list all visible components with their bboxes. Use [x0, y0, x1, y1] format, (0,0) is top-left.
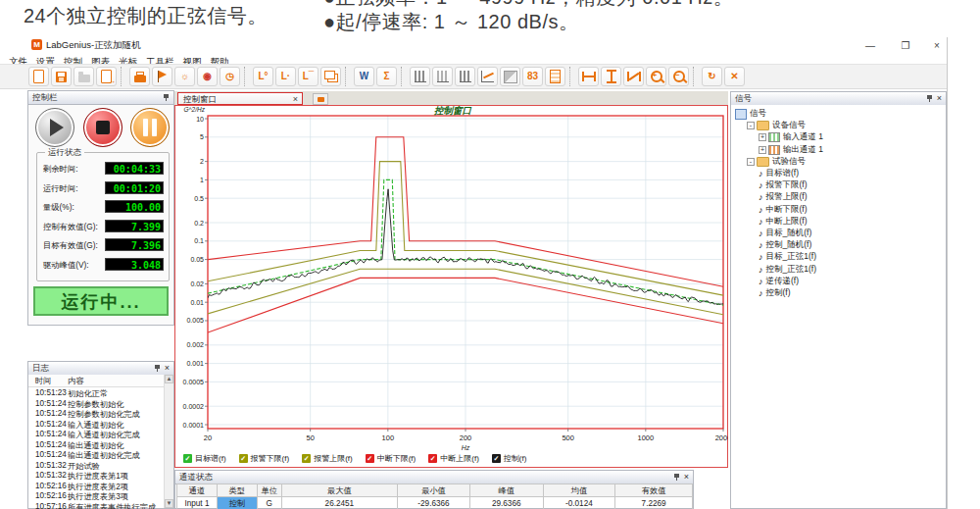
log-scrollbar[interactable]: ▲ ▼: [164, 375, 173, 508]
cursor-horizontal-button[interactable]: [578, 67, 599, 86]
svg-text:0.005: 0.005: [186, 317, 204, 324]
new-file-button[interactable]: [28, 67, 49, 86]
minimize-button[interactable]: —: [860, 40, 880, 51]
table-header-3: 最大值: [281, 484, 397, 497]
tree-item-4[interactable]: -试验信号: [747, 156, 806, 168]
pin-icon[interactable]: [927, 95, 932, 102]
cursor-vertical-button[interactable]: [601, 67, 621, 86]
tab-close-icon[interactable]: ×: [293, 93, 298, 105]
toolbar-separator: [569, 67, 574, 86]
stop-button[interactable]: [83, 108, 122, 147]
graph-l2-button[interactable]: L·: [275, 67, 296, 86]
tree-item-15[interactable]: ♪控制(f): [759, 287, 791, 299]
open-button[interactable]: [74, 67, 94, 86]
tree-item-10[interactable]: ♪目标_随机(f): [759, 228, 811, 239]
toolbar-separator: [401, 67, 406, 86]
graph-l1-button[interactable]: L°: [253, 67, 273, 86]
doc-text-right-clipped: ●正弦频率：1 ～ 4999 Hz，精度为 0.01 Hz。: [323, 0, 735, 7]
tree-item-7[interactable]: ♪报警上限(f): [759, 191, 808, 203]
status-label: 量级(%):: [43, 202, 74, 213]
table-cell: 29.6366: [469, 497, 543, 509]
table-cell: Input 1: [177, 497, 218, 509]
close-icon[interactable]: ×: [684, 471, 689, 483]
close-icon[interactable]: ×: [937, 92, 942, 104]
svg-text:10: 10: [196, 116, 204, 123]
tree-item-3[interactable]: +输出通道 1: [759, 144, 823, 156]
close-button[interactable]: ×: [927, 40, 947, 51]
tree-item-13[interactable]: ♪控制_正弦1(f): [759, 264, 816, 276]
bar-chart-2-icon: [437, 71, 449, 82]
open-icon: [78, 75, 90, 82]
expander-icon[interactable]: +: [759, 133, 766, 141]
bar-chart-2-button[interactable]: [432, 67, 453, 86]
zoom-in-button[interactable]: [646, 67, 666, 86]
maximize-button[interactable]: ❐: [896, 40, 915, 51]
tree-label: 目标_随机(f): [766, 228, 812, 239]
pin-icon[interactable]: [674, 474, 679, 481]
settings-gear-button[interactable]: ☼: [174, 67, 195, 86]
chart-snapshot-icon[interactable]: [313, 93, 328, 105]
graph-l1-icon: L°: [258, 72, 268, 81]
expander-icon[interactable]: -: [747, 122, 755, 129]
channel-group-button[interactable]: 83: [522, 67, 543, 86]
tree-item-1[interactable]: -设备信号: [747, 120, 806, 131]
pin-icon[interactable]: [155, 365, 160, 372]
pin-icon[interactable]: [164, 94, 169, 101]
export-button[interactable]: [96, 67, 117, 86]
bar-chart-1-button[interactable]: [410, 67, 430, 86]
scroll-down-icon[interactable]: ▼: [165, 499, 173, 508]
log-time: 10:51:24: [35, 450, 67, 459]
tree-item-9[interactable]: ♪中断上限(f): [759, 216, 808, 228]
play-button[interactable]: [35, 108, 74, 147]
refresh-button[interactable]: ↻: [702, 67, 722, 86]
zoom-out-button[interactable]: [668, 67, 689, 86]
svg-text:100: 100: [382, 433, 395, 442]
tree-item-0[interactable]: 信号: [735, 108, 766, 120]
expander-icon[interactable]: +: [759, 146, 766, 154]
tree-item-11[interactable]: ♪控制_随机(f): [759, 239, 811, 251]
clear-cursors-button[interactable]: ✕: [724, 67, 745, 86]
calculator-button[interactable]: [545, 67, 565, 86]
area-chart-button[interactable]: [500, 67, 520, 86]
scroll-up-icon[interactable]: ▲: [165, 375, 173, 383]
signals-root-icon: [735, 109, 747, 120]
svg-text:0.0001: 0.0001: [183, 422, 205, 429]
chart-plot: 105210.50.20.10.050.020.010.0050.0020.00…: [174, 105, 728, 468]
flag-button[interactable]: [152, 67, 172, 86]
tree-item-14[interactable]: ♪逆传递(f): [759, 276, 799, 287]
svg-text:20: 20: [204, 433, 212, 442]
close-icon[interactable]: ×: [165, 362, 170, 374]
tree-item-6[interactable]: ♪报警下限(f): [759, 179, 808, 191]
tree-item-2[interactable]: +输入通道 1: [759, 131, 823, 143]
doc-text-right: ●起/停速率: 1 ～ 120 dB/s。: [323, 9, 578, 35]
tab-control-window[interactable]: 控制窗口 ×: [177, 92, 303, 105]
tree-item-12[interactable]: ♪目标_正弦1(f): [759, 251, 816, 263]
schedule-clock-button[interactable]: ◷: [220, 67, 240, 86]
log-column-headers: 时间 内容: [28, 375, 173, 387]
cursor-slope-button[interactable]: [623, 67, 644, 86]
graph-l3-button[interactable]: L¯: [298, 67, 318, 86]
word-report-button[interactable]: W: [354, 67, 374, 86]
tree-label: 控制(f): [766, 287, 791, 299]
log-time: 10:51:32: [35, 471, 67, 480]
save-button[interactable]: [51, 67, 72, 86]
sphere-button[interactable]: ◉: [197, 67, 218, 86]
expander-icon[interactable]: -: [747, 158, 755, 166]
sphere-icon: ◉: [203, 72, 212, 81]
pause-button[interactable]: [130, 108, 170, 147]
tree-item-5[interactable]: ♪目标谱(f): [759, 168, 799, 179]
sigma-button[interactable]: Σ: [376, 67, 397, 86]
report-device-button[interactable]: [129, 67, 150, 86]
log-panel-title: 日志: [32, 363, 49, 373]
folder-icon: [757, 157, 769, 167]
toolbar-separator: [121, 67, 125, 86]
tree-item-8[interactable]: ♪中断下限(f): [759, 204, 808, 216]
svg-text:G^2/Hz: G^2/Hz: [184, 106, 206, 113]
window-layout-button[interactable]: [320, 67, 341, 86]
sigma-icon: Σ: [383, 72, 389, 81]
spectrum-chart-button[interactable]: [477, 67, 498, 86]
table-cell: 控制: [217, 497, 257, 509]
toolbar: ☼◉◷L°L·L¯WΣ83↻✕: [0, 64, 947, 89]
log-time: 10:51:23: [35, 388, 67, 397]
bar-chart-3-button[interactable]: [455, 67, 475, 86]
